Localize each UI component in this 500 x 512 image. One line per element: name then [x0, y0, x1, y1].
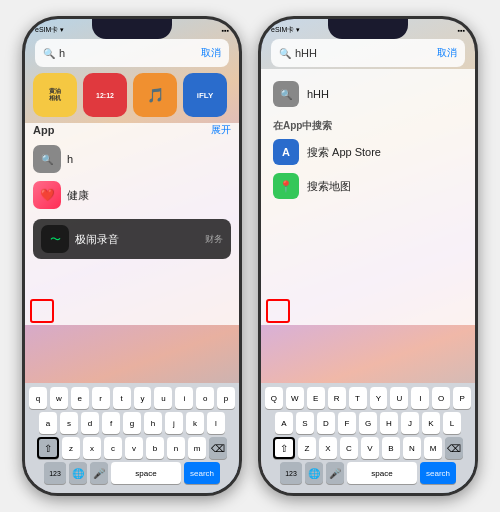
key-mic-r[interactable]: 🎤 — [326, 462, 344, 484]
key-c[interactable]: c — [104, 437, 122, 459]
key-x[interactable]: x — [83, 437, 101, 459]
key-a[interactable]: a — [39, 412, 57, 434]
key-N[interactable]: N — [403, 437, 421, 459]
key-t[interactable]: t — [113, 387, 131, 409]
key-j[interactable]: j — [165, 412, 183, 434]
key-search[interactable]: search — [184, 462, 220, 484]
key-J[interactable]: J — [401, 412, 419, 434]
key-m[interactable]: m — [188, 437, 206, 459]
key-v[interactable]: v — [125, 437, 143, 459]
key-i[interactable]: i — [175, 387, 193, 409]
left-health-item[interactable]: ❤️ 健康 — [33, 177, 231, 213]
left-finance-cat: 财务 — [205, 233, 223, 246]
right-row3: ⇧ Z X C V B N M ⌫ — [265, 437, 471, 459]
key-h[interactable]: h — [144, 412, 162, 434]
right-top-result[interactable]: 🔍 hHH — [261, 73, 475, 111]
key-R[interactable]: R — [328, 387, 346, 409]
right-search-bar[interactable]: 🔍 hHH 取消 — [271, 39, 465, 67]
key-globe[interactable]: 🌐 — [69, 462, 87, 484]
key-E[interactable]: E — [307, 387, 325, 409]
key-K[interactable]: K — [422, 412, 440, 434]
key-U[interactable]: U — [390, 387, 408, 409]
left-section-label: App 展开 — [33, 123, 231, 137]
key-M[interactable]: M — [424, 437, 442, 459]
key-F[interactable]: F — [338, 412, 356, 434]
key-Z[interactable]: Z — [298, 437, 316, 459]
left-expand-btn[interactable]: 展开 — [211, 123, 231, 137]
key-space[interactable]: space — [111, 462, 181, 484]
right-maps-item[interactable]: 📍 搜索地图 — [261, 169, 475, 203]
key-backspace[interactable]: ⌫ — [209, 437, 227, 459]
right-search-results: 🔍 hHH 在App中搜索 A 搜索 App Store 📍 搜索地图 — [261, 73, 475, 203]
left-shift-key[interactable]: ⇧ — [37, 437, 59, 459]
key-V[interactable]: V — [361, 437, 379, 459]
key-k[interactable]: k — [186, 412, 204, 434]
left-notch — [92, 19, 172, 39]
right-notch — [328, 19, 408, 39]
right-appstore-item[interactable]: A 搜索 App Store — [261, 135, 475, 169]
key-123-r[interactable]: 123 — [280, 462, 302, 484]
key-O[interactable]: O — [432, 387, 450, 409]
left-health-icon: ❤️ — [33, 181, 61, 209]
key-y[interactable]: y — [134, 387, 152, 409]
key-n[interactable]: n — [167, 437, 185, 459]
left-app-section: App 展开 🔍 h ❤️ 健康 — [33, 123, 231, 213]
key-T[interactable]: T — [349, 387, 367, 409]
key-f[interactable]: f — [102, 412, 120, 434]
key-o[interactable]: o — [196, 387, 214, 409]
app-butter-cam[interactable]: 黄油相机 — [33, 73, 77, 117]
left-search-icon: 🔍 — [43, 48, 55, 59]
right-row4: 123 🌐 🎤 space search — [265, 462, 471, 484]
key-l[interactable]: l — [207, 412, 225, 434]
left-h-name: h — [67, 153, 73, 165]
key-g[interactable]: g — [123, 412, 141, 434]
left-h-icon: 🔍 — [33, 145, 61, 173]
key-A[interactable]: A — [275, 412, 293, 434]
key-backspace-r[interactable]: ⌫ — [445, 437, 463, 459]
key-b[interactable]: b — [146, 437, 164, 459]
key-123[interactable]: 123 — [44, 462, 66, 484]
key-X[interactable]: X — [319, 437, 337, 459]
key-z[interactable]: z — [62, 437, 80, 459]
key-s[interactable]: s — [60, 412, 78, 434]
key-Y[interactable]: Y — [370, 387, 388, 409]
right-appstore-text: 搜索 App Store — [307, 145, 381, 160]
key-space-r[interactable]: space — [347, 462, 417, 484]
key-d[interactable]: d — [81, 412, 99, 434]
left-row2: a s d f g h j k l — [29, 412, 235, 434]
key-P[interactable]: P — [453, 387, 471, 409]
key-C[interactable]: C — [340, 437, 358, 459]
key-p[interactable]: p — [217, 387, 235, 409]
right-shift-key[interactable]: ⇧ — [273, 437, 295, 459]
right-row2: A S D F G H J K L — [265, 412, 471, 434]
key-Q[interactable]: Q — [265, 387, 283, 409]
left-battery: ▪▪▪ — [222, 27, 229, 34]
key-u[interactable]: u — [154, 387, 172, 409]
app-penguin[interactable]: 🎵 — [133, 73, 177, 117]
left-result-h[interactable]: 🔍 h — [33, 141, 231, 177]
key-S[interactable]: S — [296, 412, 314, 434]
key-L[interactable]: L — [443, 412, 461, 434]
key-I[interactable]: I — [411, 387, 429, 409]
key-H[interactable]: H — [380, 412, 398, 434]
key-B[interactable]: B — [382, 437, 400, 459]
right-shift-highlight — [266, 299, 290, 323]
left-cancel-btn[interactable]: 取消 — [201, 46, 221, 60]
right-top-icon: 🔍 — [273, 81, 299, 107]
app-netease[interactable]: 12:12 — [83, 73, 127, 117]
key-globe-r[interactable]: 🌐 — [305, 462, 323, 484]
key-q[interactable]: q — [29, 387, 47, 409]
key-G[interactable]: G — [359, 412, 377, 434]
key-r[interactable]: r — [92, 387, 110, 409]
key-D[interactable]: D — [317, 412, 335, 434]
key-mic[interactable]: 🎤 — [90, 462, 108, 484]
left-search-bar[interactable]: 🔍 h 取消 — [35, 39, 229, 67]
app-ifly[interactable]: iFLY — [183, 73, 227, 117]
key-W[interactable]: W — [286, 387, 304, 409]
key-search-r[interactable]: search — [420, 462, 456, 484]
key-w[interactable]: w — [50, 387, 68, 409]
right-cancel-btn[interactable]: 取消 — [437, 46, 457, 60]
left-shift-highlight — [30, 299, 54, 323]
left-recorder-item[interactable]: 〜 极闹录音 财务 — [33, 219, 231, 259]
key-e[interactable]: e — [71, 387, 89, 409]
